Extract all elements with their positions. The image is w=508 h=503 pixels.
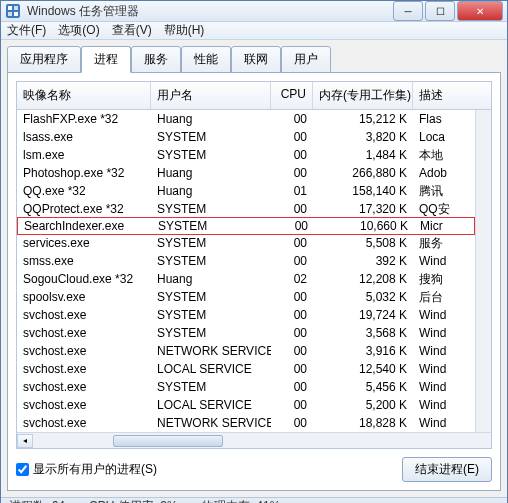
cell-memory: 10,660 K [314,218,414,234]
col-memory[interactable]: 内存(专用工作集) [313,82,413,109]
table-row[interactable]: services.exeSYSTEM005,508 K服务 [17,234,475,252]
col-user[interactable]: 用户名 [151,82,271,109]
maximize-button[interactable]: ☐ [425,1,455,21]
app-icon [5,3,21,19]
table-row[interactable]: FlashFXP.exe *32Huang0015,212 KFlas [17,110,475,128]
cell-image-name: SogouCloud.exe *32 [17,271,151,287]
cell-memory: 17,320 K [313,201,413,217]
cell-image-name: svchost.exe [17,379,151,395]
table-row[interactable]: svchost.exeNETWORK SERVICE003,916 KWind [17,342,475,360]
checkbox-label: 显示所有用户的进程(S) [33,461,157,478]
tab-strip: 应用程序 进程 服务 性能 联网 用户 [7,46,501,73]
cell-image-name: svchost.exe [17,343,151,359]
scroll-left-icon[interactable]: ◂ [17,434,33,448]
menu-view[interactable]: 查看(V) [112,22,152,39]
cell-image-name: QQProtect.exe *32 [17,201,151,217]
cell-memory: 12,208 K [313,271,413,287]
svg-rect-3 [8,12,12,16]
tab-performance[interactable]: 性能 [181,46,231,73]
cell-cpu: 00 [271,111,313,127]
scroll-thumb[interactable] [113,435,223,447]
table-row[interactable]: QQ.exe *32Huang01158,140 K腾讯 [17,182,475,200]
menu-options[interactable]: 选项(O) [58,22,99,39]
table-row[interactable]: SogouCloud.exe *32Huang0212,208 K搜狗 [17,270,475,288]
cell-user: Huang [151,183,271,199]
table-row[interactable]: spoolsv.exeSYSTEM005,032 K后台 [17,288,475,306]
end-process-button[interactable]: 结束进程(E) [402,457,492,482]
cell-desc: 腾讯 [413,182,463,201]
table-row[interactable]: svchost.exeNETWORK SERVICE0018,828 KWind [17,414,475,432]
cell-memory: 3,820 K [313,129,413,145]
cell-image-name: svchost.exe [17,415,151,431]
cell-desc: Wind [413,379,463,395]
table-row[interactable]: svchost.exeLOCAL SERVICE0012,540 KWind [17,360,475,378]
cell-image-name: smss.exe [17,253,151,269]
tab-networking[interactable]: 联网 [231,46,281,73]
cell-user: NETWORK SERVICE [151,415,271,431]
status-process-count: 进程数: 64 [9,498,65,503]
cell-user: SYSTEM [151,379,271,395]
cell-memory: 5,032 K [313,289,413,305]
menu-help[interactable]: 帮助(H) [164,22,205,39]
cell-user: SYSTEM [151,325,271,341]
table-row[interactable]: Photoshop.exe *32Huang00266,880 KAdob [17,164,475,182]
tab-users[interactable]: 用户 [281,46,331,73]
tab-applications[interactable]: 应用程序 [7,46,81,73]
cell-desc: 搜狗 [413,270,463,289]
cell-user: Huang [151,271,271,287]
table-row[interactable]: SearchIndexer.exeSYSTEM0010,660 KMicr [17,217,475,235]
cell-user: NETWORK SERVICE [151,343,271,359]
cell-desc: Micr [414,218,464,234]
show-all-users-checkbox[interactable]: 显示所有用户的进程(S) [16,461,157,478]
cell-cpu: 01 [271,183,313,199]
cell-memory: 5,508 K [313,235,413,251]
horizontal-scrollbar[interactable]: ◂ [17,432,491,448]
cell-desc: Wind [413,397,463,413]
cell-desc: Wind [413,325,463,341]
table-row[interactable]: svchost.exeSYSTEM0019,724 KWind [17,306,475,324]
table-row[interactable]: QQProtect.exe *32SYSTEM0017,320 KQQ安 [17,200,475,218]
cell-cpu: 00 [271,165,313,181]
cell-memory: 1,484 K [313,147,413,163]
col-image-name[interactable]: 映像名称 [17,82,151,109]
cell-memory: 15,212 K [313,111,413,127]
close-button[interactable]: ✕ [457,1,503,21]
cell-memory: 18,828 K [313,415,413,431]
table-body[interactable]: FlashFXP.exe *32Huang0015,212 KFlaslsass… [17,110,475,432]
vertical-scrollbar[interactable] [475,110,491,432]
tab-services[interactable]: 服务 [131,46,181,73]
cell-cpu: 00 [271,289,313,305]
cell-image-name: lsm.exe [17,147,151,163]
window-title: Windows 任务管理器 [27,3,391,20]
titlebar[interactable]: Windows 任务管理器 ─ ☐ ✕ [1,1,507,22]
cell-user: Huang [151,111,271,127]
cell-image-name: QQ.exe *32 [17,183,151,199]
cell-desc: Loca [413,129,463,145]
tab-processes[interactable]: 进程 [81,46,131,73]
cell-image-name: svchost.exe [17,361,151,377]
svg-rect-4 [14,12,18,16]
table-row[interactable]: lsm.exeSYSTEM001,484 K本地 [17,146,475,164]
cell-cpu: 00 [271,325,313,341]
table-row[interactable]: svchost.exeLOCAL SERVICE005,200 KWind [17,396,475,414]
cell-image-name: Photoshop.exe *32 [17,165,151,181]
cell-desc: Wind [413,415,463,431]
menu-file[interactable]: 文件(F) [7,22,46,39]
cell-desc: Adob [413,165,463,181]
cell-user: SYSTEM [151,147,271,163]
checkbox-input[interactable] [16,463,29,476]
cell-cpu: 00 [272,218,314,234]
table-row[interactable]: lsass.exeSYSTEM003,820 KLoca [17,128,475,146]
panel-bottom: 显示所有用户的进程(S) 结束进程(E) [16,457,492,482]
cell-cpu: 00 [271,343,313,359]
table-row[interactable]: smss.exeSYSTEM00392 KWind [17,252,475,270]
minimize-button[interactable]: ─ [393,1,423,21]
col-description[interactable]: 描述 [413,82,463,109]
cell-user: SYSTEM [151,201,271,217]
table-row[interactable]: svchost.exeSYSTEM003,568 KWind [17,324,475,342]
col-cpu[interactable]: CPU [271,82,313,109]
cell-memory: 12,540 K [313,361,413,377]
task-manager-window: Windows 任务管理器 ─ ☐ ✕ 文件(F) 选项(O) 查看(V) 帮助… [0,0,508,503]
cell-memory: 3,568 K [313,325,413,341]
table-row[interactable]: svchost.exeSYSTEM005,456 KWind [17,378,475,396]
